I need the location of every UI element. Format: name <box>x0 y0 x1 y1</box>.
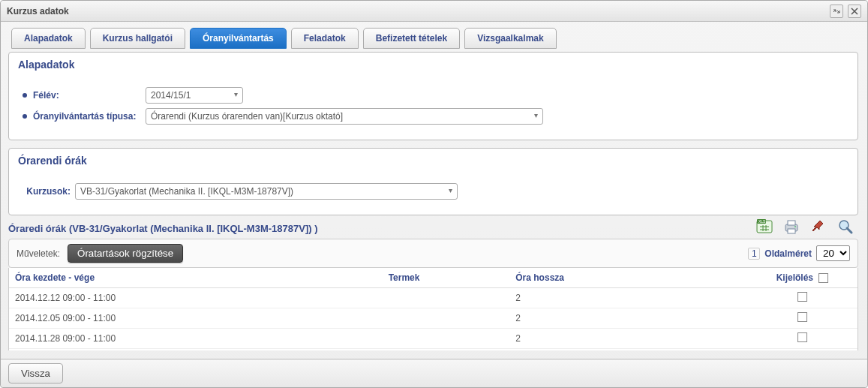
svg-point-10 <box>794 226 796 227</box>
course-data-window: Kurzus adatok Alapadatok Kurzus hallgató… <box>0 0 868 388</box>
list-title: Óraredi órák (VB-31/Gyakorlat (Mechanika… <box>8 223 858 234</box>
col-time[interactable]: Óra kezdete - vége <box>9 268 383 288</box>
select-all-checkbox[interactable] <box>818 273 828 283</box>
pagesize-select[interactable]: 20 <box>816 245 850 261</box>
tab-feladatok[interactable]: Feladatok <box>291 28 359 49</box>
tab-bar: Alapadatok Kurzus hallgatói Óranyilvánta… <box>8 28 858 49</box>
table-row: 2014.11.28 09:00 - 11:00 2 <box>9 329 857 349</box>
courses-select[interactable]: VB-31/Gyakorlat (Mechanika II. [IKQL-M3M… <box>75 183 458 200</box>
bullet-icon <box>23 93 27 98</box>
maximize-icon[interactable] <box>830 5 843 18</box>
export-xls-icon[interactable]: XLS <box>755 217 774 236</box>
tab-alapadatok[interactable]: Alapadatok <box>11 28 86 49</box>
tab-vizsgaalkalmak[interactable]: Vizsgaalkalmak <box>464 28 557 49</box>
bullet-icon <box>23 114 27 119</box>
courses-label: Kurzusok: <box>23 186 71 197</box>
type-label: Óranyilvántartás típusa: <box>33 111 146 122</box>
print-icon[interactable] <box>782 217 801 236</box>
schedule-panel: Órarendi órák Kurzusok: VB-31/Gyakorlat … <box>8 148 858 215</box>
operations-bar: Műveletek: Óratartások rögzítése 1 Oldal… <box>8 239 858 268</box>
semester-select[interactable]: 2014/15/1 <box>146 87 243 104</box>
basic-data-panel: Alapadatok Félév: 2014/15/1 Óranyilvánta… <box>8 52 858 140</box>
row-checkbox[interactable] <box>797 312 807 322</box>
window-title: Kurzus adatok <box>7 6 69 17</box>
record-sessions-button[interactable]: Óratartások rögzítése <box>68 244 183 263</box>
tab-kurzus-hallgatoi[interactable]: Kurzus hallgatói <box>90 28 185 49</box>
back-button[interactable]: Vissza <box>8 363 63 383</box>
page-number[interactable]: 1 <box>748 248 760 260</box>
content-scroll[interactable]: Alapadatok Kurzus hallgatói Óranyilvánta… <box>8 28 860 350</box>
basic-legend: Alapadatok <box>15 59 77 71</box>
search-icon[interactable] <box>836 217 855 236</box>
semester-label: Félév: <box>33 90 146 101</box>
pin-icon[interactable] <box>809 217 828 236</box>
col-select: Kijelölés <box>747 268 857 288</box>
operations-label: Műveletek: <box>17 248 60 259</box>
tab-befizetett-tetelek[interactable]: Befizetett tételek <box>363 28 460 49</box>
window-titlebar: Kurzus adatok <box>1 1 867 22</box>
table-row: 2014.12.05 09:00 - 11:00 2 <box>9 308 857 329</box>
svg-rect-8 <box>788 221 795 225</box>
table-row: 2014.11.21 09:00 - 11:00 2 <box>9 349 857 350</box>
lessons-table: Óra kezdete - vége Termek Óra hossza Kij… <box>9 268 857 350</box>
col-length[interactable]: Óra hossza <box>509 268 747 288</box>
row-checkbox[interactable] <box>797 292 807 302</box>
table-row: 2014.12.12 09:00 - 11:00 2 <box>9 288 857 308</box>
tab-oranyilvantartas[interactable]: Óranyilvántartás <box>190 28 287 49</box>
svg-line-12 <box>847 228 851 233</box>
window-footer: Vissza <box>1 359 867 387</box>
svg-text:XLS: XLS <box>758 219 766 224</box>
schedule-legend: Órarendi órák <box>15 155 90 167</box>
col-room[interactable]: Termek <box>383 268 510 288</box>
pagesize-label: Oldalméret <box>764 248 812 259</box>
row-checkbox[interactable] <box>797 332 807 342</box>
close-icon[interactable] <box>848 5 861 18</box>
svg-rect-9 <box>788 229 795 233</box>
type-select[interactable]: Órarendi (Kurzus órarenden van)[Kurzus o… <box>146 108 543 125</box>
